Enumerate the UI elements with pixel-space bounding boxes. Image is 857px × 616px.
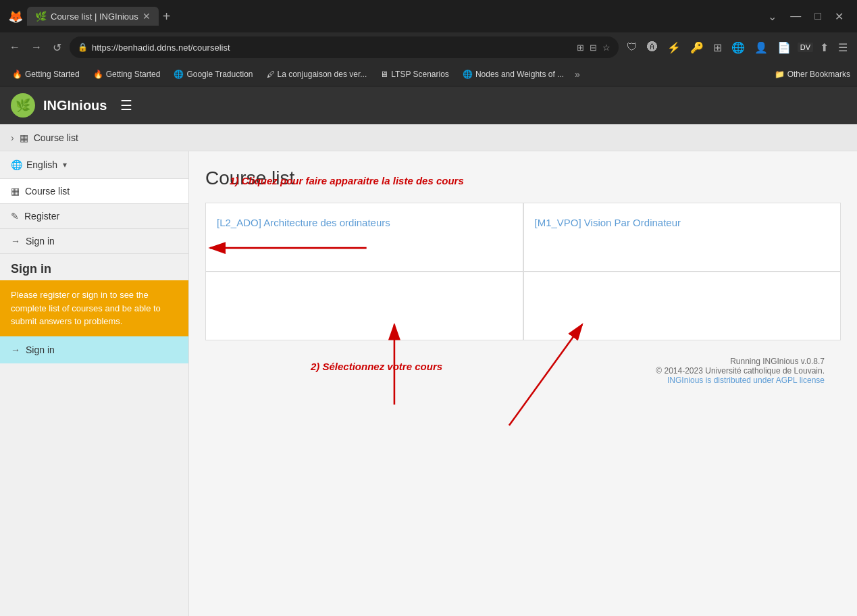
page-title: Course list xyxy=(205,168,841,189)
signin-section-title: Sign in xyxy=(0,254,188,280)
hamburger-menu-icon[interactable]: ☰ xyxy=(120,97,132,113)
bookmark-icon-3: 🖊 xyxy=(267,70,275,79)
signin-btn-label: Sign in xyxy=(26,344,55,355)
tab-title: Course list | INGInious xyxy=(51,11,138,22)
bookmark-label-2: Google Traduction xyxy=(186,70,253,79)
breadcrumb: › ▦ Course list xyxy=(0,124,857,151)
course-list-nav-label: Course list xyxy=(25,186,70,197)
course-link-l2-ado[interactable]: [L2_ADO] Architecture des ordinateurs xyxy=(217,217,390,228)
dv-icon[interactable]: DV xyxy=(798,43,813,52)
signin-nav-label: Sign in xyxy=(26,236,55,247)
other-bookmarks[interactable]: 📁 Other Bookmarks xyxy=(775,70,850,79)
refresh-button[interactable]: ↺ xyxy=(50,38,64,57)
browser-tab[interactable]: 🌿 Course list | INGInious ✕ xyxy=(27,7,159,26)
bookmark-google-traduction[interactable]: 🌐 Google Traduction xyxy=(168,68,258,80)
tab-close-button[interactable]: ✕ xyxy=(142,11,151,22)
doc-icon[interactable]: 📄 xyxy=(775,40,794,55)
firefox-icon: 🦊 xyxy=(8,9,22,23)
address-url: https://benhadid.ddns.net/courselist xyxy=(92,43,230,53)
forward-button[interactable]: → xyxy=(28,38,45,56)
other-bookmarks-label: Other Bookmarks xyxy=(787,70,850,79)
breadcrumb-text: Course list xyxy=(34,132,78,143)
course-link-m1-vpo[interactable]: [M1_VPO] Vision Par Ordinateur xyxy=(535,217,681,228)
new-tab-button[interactable]: + xyxy=(163,9,171,24)
course-card-l2-ado: [L2_ADO] Architecture des ordinateurs xyxy=(206,203,523,271)
reader-icon[interactable]: ⊟ xyxy=(590,43,597,53)
main-content: Course list [L2_ADO] Architecture des or… xyxy=(189,151,857,616)
pencil-nav-icon: ✎ xyxy=(11,211,19,222)
shield-icon[interactable]: 🛡 xyxy=(624,40,640,55)
course-card-empty-2 xyxy=(524,272,841,340)
bookmark-conjugaison[interactable]: 🖊 La conjugaison des ver... xyxy=(261,68,373,80)
translate-icon[interactable]: ⊞ xyxy=(577,43,584,53)
footer-copyright: © 2014-2023 Université catholique de Lou… xyxy=(222,366,825,376)
bookmark-label-5: Nodes and Weights of ... xyxy=(475,70,564,79)
tab-favicon: 🌿 xyxy=(35,11,47,22)
grid-nav-icon: ▦ xyxy=(11,186,20,197)
bookmark-icon-0: 🔥 xyxy=(12,70,22,79)
bookmark-nodes[interactable]: 🌐 Nodes and Weights of ... xyxy=(457,68,569,80)
share-icon[interactable]: ⬆ xyxy=(817,40,831,55)
globe-icon: 🌐 xyxy=(11,159,22,170)
signin-button[interactable]: → Sign in xyxy=(0,336,188,363)
course-card-m1-vpo: [M1_VPO] Vision Par Ordinateur xyxy=(524,203,841,271)
signin-warning-message: Please register or sign in to see the co… xyxy=(0,280,188,336)
bitwarden-icon[interactable]: 🔑 xyxy=(687,40,706,55)
folder-icon: 📁 xyxy=(775,70,785,79)
bookmark-icon-5: 🌐 xyxy=(463,70,473,79)
sidebar-item-course-list[interactable]: ▦ Course list xyxy=(0,179,188,204)
breadcrumb-chevron-icon: › xyxy=(11,132,14,143)
bookmark-icon-1: 🔥 xyxy=(93,70,103,79)
app-header: 🌿 INGInious ☰ xyxy=(0,86,857,124)
menu-icon[interactable]: ☰ xyxy=(835,40,850,55)
close-button[interactable]: ✕ xyxy=(829,10,849,23)
account-icon[interactable]: 🅐 xyxy=(644,40,660,55)
footer-license-link[interactable]: INGInious is distributed under AGPL lice… xyxy=(667,376,825,385)
language-selector[interactable]: 🌐 English ▾ xyxy=(0,151,188,179)
maximize-button[interactable]: □ xyxy=(809,10,827,22)
register-nav-label: Register xyxy=(24,211,59,222)
app-logo: 🌿 xyxy=(11,93,35,118)
signin-nav-icon: → xyxy=(11,236,20,247)
extension-icon[interactable]: ⚡ xyxy=(665,40,683,55)
bookmark-star-icon[interactable]: ☆ xyxy=(602,43,611,53)
course-card-empty-1 xyxy=(206,272,523,340)
bookmark-label-0: Getting Started xyxy=(25,70,80,79)
footer-version: Running INGInious v.0.8.7 xyxy=(222,357,825,366)
bookmarks-more-button[interactable]: » xyxy=(575,69,580,80)
address-bar[interactable]: 🔒 https://benhadid.ddns.net/courselist ⊞… xyxy=(70,36,619,58)
app-title: INGInious xyxy=(43,98,107,113)
page-footer: Running INGInious v.0.8.7 © 2014-2023 Un… xyxy=(205,351,841,390)
bookmark-icon-4: 🖥 xyxy=(380,70,388,79)
lang-ext-icon[interactable]: 🌐 xyxy=(729,40,748,55)
bookmark-label-4: LTSP Scenarios xyxy=(391,70,449,79)
bookmark-label-3: La conjugaison des ver... xyxy=(278,70,367,79)
signin-btn-icon: → xyxy=(11,344,20,355)
lock-icon: 🔒 xyxy=(78,43,88,52)
account2-icon[interactable]: 👤 xyxy=(752,40,771,55)
minimize-button[interactable]: — xyxy=(785,10,806,22)
back-button[interactable]: ← xyxy=(7,38,23,56)
bookmark-icon-2: 🌐 xyxy=(174,70,184,79)
course-grid: [L2_ADO] Architecture des ordinateurs [M… xyxy=(205,203,841,340)
window-chevron-icon: ⌄ xyxy=(768,10,777,23)
bookmark-ltsp[interactable]: 🖥 LTSP Scenarios xyxy=(375,68,455,80)
dropdown-arrow-icon: ▾ xyxy=(63,160,67,170)
sidebar: 🌐 English ▾ ▦ Course list ✎ Register → S… xyxy=(0,151,189,616)
sidebar-item-sign-in[interactable]: → Sign in xyxy=(0,229,188,254)
breadcrumb-grid-icon: ▦ xyxy=(20,132,28,143)
bookmark-label-1: Getting Started xyxy=(106,70,161,79)
bookmark-getting-started-1[interactable]: 🔥 Getting Started xyxy=(7,68,85,80)
language-label: English xyxy=(26,159,57,170)
sidebar-item-register[interactable]: ✎ Register xyxy=(0,204,188,229)
grid-icon[interactable]: ⊞ xyxy=(710,40,725,55)
bookmark-getting-started-2[interactable]: 🔥 Getting Started xyxy=(88,68,166,80)
logo-icon: 🌿 xyxy=(16,98,30,113)
